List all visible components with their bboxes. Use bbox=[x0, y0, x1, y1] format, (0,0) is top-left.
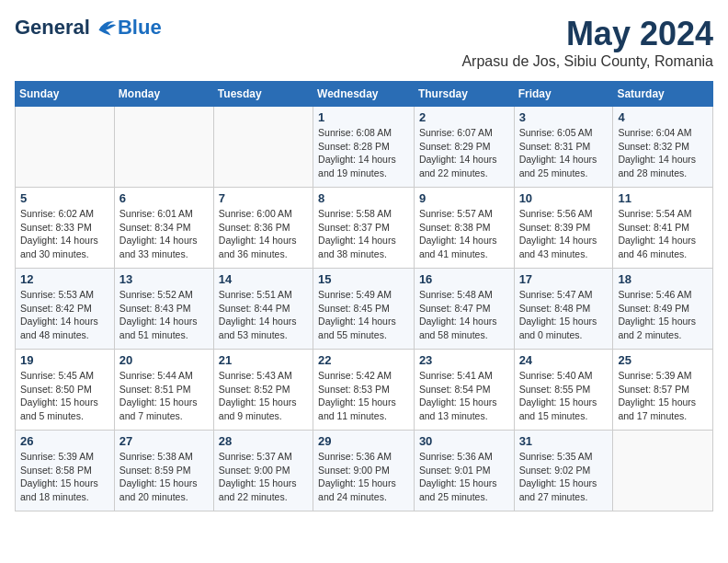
header-day-tuesday: Tuesday bbox=[213, 82, 313, 107]
calendar-cell bbox=[213, 107, 313, 188]
calendar-cell: 10Sunrise: 5:56 AM Sunset: 8:39 PM Dayli… bbox=[514, 188, 613, 269]
day-number: 2 bbox=[419, 110, 509, 124]
day-number: 4 bbox=[618, 110, 708, 124]
day-number: 5 bbox=[20, 191, 109, 205]
calendar-cell: 1Sunrise: 6:08 AM Sunset: 8:28 PM Daylig… bbox=[313, 107, 415, 188]
day-number: 21 bbox=[219, 353, 308, 367]
day-info: Sunrise: 5:39 AM Sunset: 8:57 PM Dayligh… bbox=[618, 369, 708, 423]
day-info: Sunrise: 5:45 AM Sunset: 8:50 PM Dayligh… bbox=[20, 369, 109, 423]
calendar-cell: 27Sunrise: 5:38 AM Sunset: 8:59 PM Dayli… bbox=[114, 431, 213, 511]
day-info: Sunrise: 5:47 AM Sunset: 8:48 PM Dayligh… bbox=[519, 288, 609, 342]
day-number: 13 bbox=[119, 272, 209, 286]
header-day-friday: Friday bbox=[514, 82, 613, 107]
calendar-cell bbox=[114, 107, 213, 188]
day-info: Sunrise: 5:37 AM Sunset: 9:00 PM Dayligh… bbox=[219, 450, 308, 504]
day-number: 7 bbox=[219, 191, 308, 205]
calendar-cell: 8Sunrise: 5:58 AM Sunset: 8:37 PM Daylig… bbox=[313, 188, 415, 269]
week-row-2: 12Sunrise: 5:53 AM Sunset: 8:42 PM Dayli… bbox=[16, 269, 713, 350]
header-day-sunday: Sunday bbox=[16, 82, 115, 107]
main-title: May 2024 bbox=[461, 15, 713, 53]
day-number: 20 bbox=[119, 353, 209, 367]
day-number: 19 bbox=[20, 353, 109, 367]
day-info: Sunrise: 5:51 AM Sunset: 8:44 PM Dayligh… bbox=[219, 288, 308, 342]
calendar-cell: 11Sunrise: 5:54 AM Sunset: 8:41 PM Dayli… bbox=[613, 188, 713, 269]
day-number: 10 bbox=[519, 191, 609, 205]
day-number: 26 bbox=[20, 434, 109, 448]
day-info: Sunrise: 5:57 AM Sunset: 8:38 PM Dayligh… bbox=[419, 207, 509, 261]
title-block: May 2024 Arpasu de Jos, Sibiu County, Ro… bbox=[461, 15, 713, 70]
day-info: Sunrise: 5:42 AM Sunset: 8:53 PM Dayligh… bbox=[318, 369, 409, 423]
calendar-cell: 9Sunrise: 5:57 AM Sunset: 8:38 PM Daylig… bbox=[414, 188, 514, 269]
week-row-1: 5Sunrise: 6:02 AM Sunset: 8:33 PM Daylig… bbox=[16, 188, 713, 269]
logo-blue: Blue bbox=[118, 16, 162, 40]
calendar-cell: 22Sunrise: 5:42 AM Sunset: 8:53 PM Dayli… bbox=[313, 350, 415, 431]
calendar-cell bbox=[613, 431, 713, 511]
calendar-cell: 16Sunrise: 5:48 AM Sunset: 8:47 PM Dayli… bbox=[414, 269, 514, 350]
day-info: Sunrise: 5:36 AM Sunset: 9:00 PM Dayligh… bbox=[318, 450, 409, 504]
day-info: Sunrise: 6:04 AM Sunset: 8:32 PM Dayligh… bbox=[618, 126, 708, 180]
subtitle: Arpasu de Jos, Sibiu County, Romania bbox=[461, 53, 713, 70]
day-number: 22 bbox=[318, 353, 409, 367]
day-number: 11 bbox=[618, 191, 708, 205]
day-info: Sunrise: 5:53 AM Sunset: 8:42 PM Dayligh… bbox=[20, 288, 109, 342]
calendar-cell: 6Sunrise: 6:01 AM Sunset: 8:34 PM Daylig… bbox=[114, 188, 213, 269]
day-info: Sunrise: 5:41 AM Sunset: 8:54 PM Dayligh… bbox=[419, 369, 509, 423]
header-day-thursday: Thursday bbox=[414, 82, 514, 107]
calendar-cell: 3Sunrise: 6:05 AM Sunset: 8:31 PM Daylig… bbox=[514, 107, 613, 188]
day-number: 6 bbox=[119, 191, 209, 205]
week-row-0: 1Sunrise: 6:08 AM Sunset: 8:28 PM Daylig… bbox=[16, 107, 713, 188]
day-number: 17 bbox=[519, 272, 609, 286]
week-row-4: 26Sunrise: 5:39 AM Sunset: 8:58 PM Dayli… bbox=[16, 431, 713, 511]
day-info: Sunrise: 6:00 AM Sunset: 8:36 PM Dayligh… bbox=[219, 207, 308, 261]
day-info: Sunrise: 5:56 AM Sunset: 8:39 PM Dayligh… bbox=[519, 207, 609, 261]
day-info: Sunrise: 5:39 AM Sunset: 8:58 PM Dayligh… bbox=[20, 450, 109, 504]
calendar-cell: 7Sunrise: 6:00 AM Sunset: 8:36 PM Daylig… bbox=[213, 188, 313, 269]
calendar-cell: 2Sunrise: 6:07 AM Sunset: 8:29 PM Daylig… bbox=[414, 107, 514, 188]
calendar-cell: 28Sunrise: 5:37 AM Sunset: 9:00 PM Dayli… bbox=[213, 431, 313, 511]
day-info: Sunrise: 5:36 AM Sunset: 9:01 PM Dayligh… bbox=[419, 450, 509, 504]
header-row: SundayMondayTuesdayWednesdayThursdayFrid… bbox=[16, 82, 713, 107]
day-number: 8 bbox=[318, 191, 409, 205]
day-number: 12 bbox=[20, 272, 109, 286]
calendar-cell: 26Sunrise: 5:39 AM Sunset: 8:58 PM Dayli… bbox=[16, 431, 115, 511]
day-info: Sunrise: 5:40 AM Sunset: 8:55 PM Dayligh… bbox=[519, 369, 609, 423]
logo-general: General bbox=[15, 16, 90, 40]
day-number: 31 bbox=[519, 434, 609, 448]
day-info: Sunrise: 5:49 AM Sunset: 8:45 PM Dayligh… bbox=[318, 288, 409, 342]
day-info: Sunrise: 5:44 AM Sunset: 8:51 PM Dayligh… bbox=[119, 369, 209, 423]
day-number: 28 bbox=[219, 434, 308, 448]
calendar-cell: 12Sunrise: 5:53 AM Sunset: 8:42 PM Dayli… bbox=[16, 269, 115, 350]
day-number: 27 bbox=[119, 434, 209, 448]
day-info: Sunrise: 5:43 AM Sunset: 8:52 PM Dayligh… bbox=[219, 369, 308, 423]
calendar-cell: 13Sunrise: 5:52 AM Sunset: 8:43 PM Dayli… bbox=[114, 269, 213, 350]
logo: General Blue bbox=[15, 15, 162, 40]
header-day-saturday: Saturday bbox=[613, 82, 713, 107]
day-number: 29 bbox=[318, 434, 409, 448]
day-info: Sunrise: 5:58 AM Sunset: 8:37 PM Dayligh… bbox=[318, 207, 409, 261]
calendar-cell: 23Sunrise: 5:41 AM Sunset: 8:54 PM Dayli… bbox=[414, 350, 514, 431]
calendar-cell: 24Sunrise: 5:40 AM Sunset: 8:55 PM Dayli… bbox=[514, 350, 613, 431]
day-info: Sunrise: 6:07 AM Sunset: 8:29 PM Dayligh… bbox=[419, 126, 509, 180]
calendar-cell: 17Sunrise: 5:47 AM Sunset: 8:48 PM Dayli… bbox=[514, 269, 613, 350]
header-day-monday: Monday bbox=[114, 82, 213, 107]
day-info: Sunrise: 5:38 AM Sunset: 8:59 PM Dayligh… bbox=[119, 450, 209, 504]
day-number: 15 bbox=[318, 272, 409, 286]
calendar-cell bbox=[16, 107, 115, 188]
week-row-3: 19Sunrise: 5:45 AM Sunset: 8:50 PM Dayli… bbox=[16, 350, 713, 431]
calendar-body: 1Sunrise: 6:08 AM Sunset: 8:28 PM Daylig… bbox=[16, 107, 713, 511]
day-info: Sunrise: 5:54 AM Sunset: 8:41 PM Dayligh… bbox=[618, 207, 708, 261]
header-day-wednesday: Wednesday bbox=[313, 82, 415, 107]
calendar-header: SundayMondayTuesdayWednesdayThursdayFrid… bbox=[16, 82, 713, 107]
calendar-cell: 14Sunrise: 5:51 AM Sunset: 8:44 PM Dayli… bbox=[213, 269, 313, 350]
day-number: 9 bbox=[419, 191, 509, 205]
calendar-table: SundayMondayTuesdayWednesdayThursdayFrid… bbox=[15, 81, 713, 511]
calendar-cell: 4Sunrise: 6:04 AM Sunset: 8:32 PM Daylig… bbox=[613, 107, 713, 188]
day-number: 18 bbox=[618, 272, 708, 286]
calendar-cell: 29Sunrise: 5:36 AM Sunset: 9:00 PM Dayli… bbox=[313, 431, 415, 511]
calendar-cell: 19Sunrise: 5:45 AM Sunset: 8:50 PM Dayli… bbox=[16, 350, 115, 431]
day-info: Sunrise: 6:01 AM Sunset: 8:34 PM Dayligh… bbox=[119, 207, 209, 261]
day-info: Sunrise: 6:08 AM Sunset: 8:28 PM Dayligh… bbox=[318, 126, 409, 180]
calendar-cell: 18Sunrise: 5:46 AM Sunset: 8:49 PM Dayli… bbox=[613, 269, 713, 350]
calendar-cell: 30Sunrise: 5:36 AM Sunset: 9:01 PM Dayli… bbox=[414, 431, 514, 511]
day-number: 30 bbox=[419, 434, 509, 448]
